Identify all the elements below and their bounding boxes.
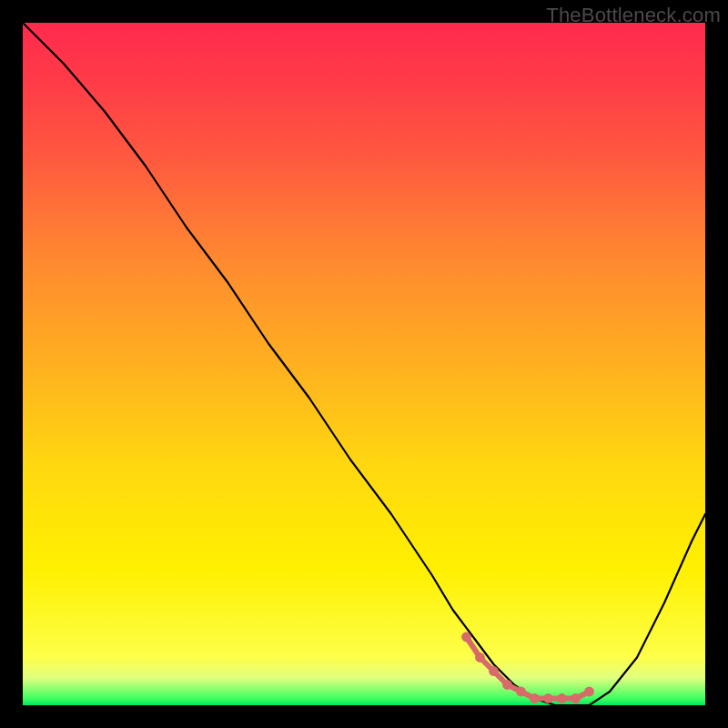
highlight-dot	[461, 632, 471, 642]
chart-frame: TheBottleneck.com	[0, 0, 728, 728]
watermark-text: TheBottleneck.com	[546, 4, 721, 27]
highlight-dot	[516, 687, 526, 697]
highlight-dot	[530, 693, 540, 703]
highlight-dots	[461, 632, 594, 703]
main-curve	[23, 23, 705, 705]
highlight-dot	[489, 666, 499, 676]
chart-svg	[23, 23, 705, 705]
highlight-stroke	[467, 637, 590, 699]
highlight-dot	[475, 652, 485, 662]
highlight-dot	[571, 693, 581, 703]
plot-area	[23, 23, 705, 705]
highlight-dot	[584, 687, 594, 697]
highlight-dot	[502, 680, 512, 690]
highlight-dot	[543, 693, 553, 703]
highlight-dot	[557, 693, 567, 703]
